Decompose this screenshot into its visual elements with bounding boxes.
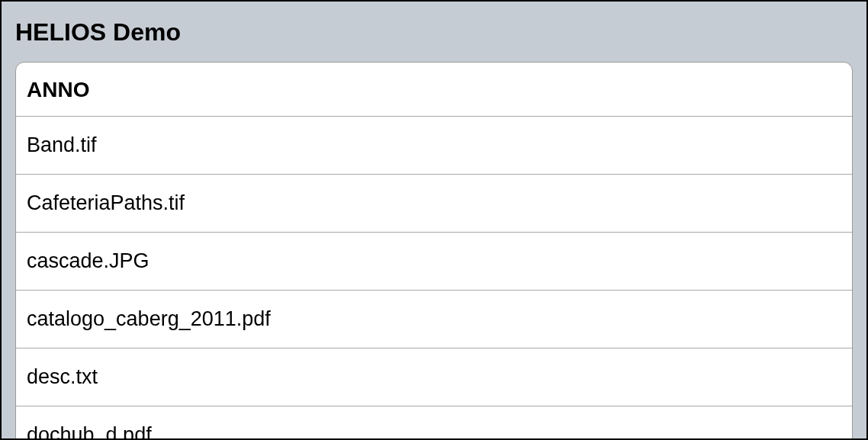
list-item[interactable]: catalogo_caberg_2011.pdf (16, 291, 852, 348)
page-title: HELIOS Demo (15, 18, 853, 47)
file-list: ANNO Band.tif CafeteriaPaths.tif cascade… (15, 62, 853, 440)
app-header: HELIOS Demo (2, 2, 866, 62)
list-item[interactable]: desc.txt (16, 348, 852, 406)
list-item[interactable]: cascade.JPG (16, 233, 852, 291)
list-item[interactable]: dochub_d.pdf (16, 406, 852, 440)
list-item[interactable]: CafeteriaPaths.tif (16, 175, 852, 233)
section-header: ANNO (16, 63, 852, 117)
list-item[interactable]: Band.tif (16, 117, 852, 175)
